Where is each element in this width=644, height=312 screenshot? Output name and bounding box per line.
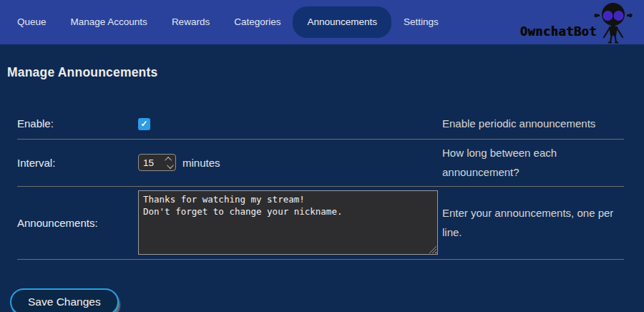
announcements-help-text: Enter your announcements, one per line. <box>442 203 624 242</box>
announcements-form: Enable: ✓ Enable periodic announcements … <box>17 109 624 260</box>
interval-spinner[interactable] <box>167 157 172 169</box>
form-row-enable: Enable: ✓ Enable periodic announcements <box>17 109 624 140</box>
save-changes-button[interactable]: Save Changes <box>10 288 119 312</box>
ownchatbot-logo: OwnchatBot <box>520 0 633 44</box>
interval-control: 15 minutes <box>138 154 442 171</box>
interval-value: 15 <box>143 157 154 168</box>
page-title: Manage Announcements <box>7 65 644 80</box>
enable-label: Enable: <box>17 117 138 130</box>
nav-item-queue[interactable]: Queue <box>5 6 59 38</box>
nav-item-rewards[interactable]: Rewards <box>160 6 222 38</box>
nav-item-settings[interactable]: Settings <box>391 6 451 38</box>
form-row-announcements: Announcements: Thanks for watching my st… <box>17 187 624 260</box>
enable-help-text: Enable periodic announcements <box>442 114 624 133</box>
interval-unit-label: minutes <box>182 157 220 169</box>
nav-item-announcements[interactable]: Announcements <box>293 6 391 38</box>
enable-control: ✓ <box>138 117 442 130</box>
announcements-textarea-wrap: Thanks for watching my stream! Don't for… <box>138 190 438 255</box>
logo-wordmark: OwnchatBot <box>520 24 597 39</box>
nav-item-categories[interactable]: Categories <box>222 6 293 38</box>
top-navbar: Queue Manage Accounts Rewards Categories… <box>0 0 644 44</box>
form-row-interval: Interval: 15 minutes How long between ea… <box>17 140 624 187</box>
announcements-textarea[interactable]: Thanks for watching my stream! Don't for… <box>138 190 438 255</box>
announcements-label: Announcements: <box>17 217 138 229</box>
interval-label: Interval: <box>17 157 138 169</box>
robot-mascot-icon <box>594 2 633 44</box>
nav-item-manage-accounts[interactable]: Manage Accounts <box>59 6 160 38</box>
interval-help-text: How long between each announcement? <box>442 143 624 182</box>
enable-checkbox[interactable]: ✓ <box>138 118 150 130</box>
interval-input[interactable]: 15 <box>138 154 176 171</box>
